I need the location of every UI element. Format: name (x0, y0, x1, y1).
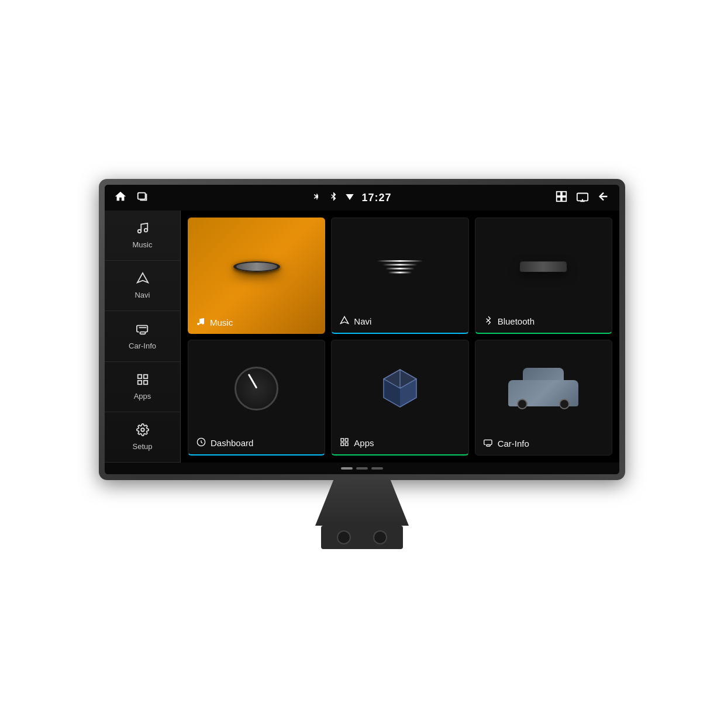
svg-rect-21 (143, 374, 147, 378)
svg-point-16 (137, 230, 141, 233)
status-center: 17:27 (312, 192, 391, 204)
sidebar-item-setup[interactable]: Setup (105, 412, 180, 463)
setup-sidebar-icon (136, 423, 149, 440)
svg-rect-36 (341, 439, 344, 441)
sidebar-label-apps: Apps (134, 392, 151, 401)
mount-hole-right (373, 530, 387, 544)
svg-rect-13 (557, 196, 561, 201)
multiwindow-icon[interactable] (555, 190, 568, 206)
svg-rect-9 (315, 196, 316, 197)
tile-music[interactable]: Music (188, 218, 325, 334)
recent-apps-icon[interactable] (136, 190, 149, 206)
svg-rect-8 (315, 195, 316, 196)
device-wrapper: 17:27 (99, 179, 625, 549)
screen-bezel: 17:27 (99, 179, 625, 480)
cube-svg (377, 365, 423, 412)
svg-point-17 (144, 229, 147, 232)
svg-rect-39 (341, 443, 344, 446)
screen: 17:27 (105, 185, 619, 474)
svg-rect-37 (346, 439, 349, 441)
sidebar-item-carinfo[interactable]: Car-Info (105, 311, 180, 361)
status-right (555, 190, 610, 206)
screen-cast-icon[interactable] (576, 190, 589, 206)
navi-line-2 (382, 264, 418, 265)
indicator-3 (371, 467, 383, 470)
navi-visual (332, 218, 468, 315)
tile-apps[interactable]: Apps (331, 340, 468, 456)
car-wheel-left (517, 399, 528, 409)
sidebar-label-carinfo: Car-Info (129, 341, 156, 350)
navi-line-4 (388, 271, 412, 273)
indicator-1 (341, 467, 353, 470)
svg-rect-40 (486, 444, 490, 446)
tile-dashboard[interactable]: Dashboard (188, 340, 325, 456)
svg-rect-14 (562, 196, 566, 201)
tile-bluetooth-label: Bluetooth (484, 316, 535, 327)
gauge (235, 367, 278, 410)
tile-bluetooth[interactable]: Bluetooth (475, 218, 612, 334)
svg-marker-10 (346, 194, 354, 200)
tile-navi-label: Navi (340, 316, 371, 327)
sidebar-label-music: Music (133, 240, 153, 249)
music-sidebar-icon (136, 222, 149, 238)
tile-apps-text: Apps (354, 438, 374, 448)
carinfo-sidebar-icon (136, 323, 149, 339)
navi-tile-icon (340, 316, 349, 327)
home-icon[interactable] (114, 190, 127, 206)
dashboard-visual (188, 340, 325, 437)
back-icon[interactable] (597, 190, 610, 206)
dashboard-tile-icon (196, 437, 206, 448)
tile-bluetooth-text: Bluetooth (498, 316, 535, 326)
main-content: Music Navi (105, 211, 619, 463)
tile-music-label: Music (196, 317, 233, 328)
tile-dashboard-text: Dashboard (211, 438, 253, 448)
navi-line-3 (385, 268, 415, 270)
indicator-2 (356, 467, 368, 470)
navi-line-1 (377, 260, 423, 262)
sidebar-label-setup: Setup (133, 442, 153, 451)
svg-rect-38 (346, 443, 349, 446)
bluetooth-visual (475, 218, 612, 315)
apps-sidebar-icon (136, 373, 149, 389)
svg-marker-4 (316, 193, 318, 195)
music-visual (188, 218, 325, 316)
svg-point-26 (202, 322, 204, 324)
svg-rect-22 (143, 381, 147, 384)
svg-rect-12 (562, 191, 566, 195)
tile-navi[interactable]: Navi (331, 218, 468, 334)
status-bar: 17:27 (105, 185, 619, 211)
sidebar-item-apps[interactable]: Apps (105, 362, 180, 412)
tile-dashboard-label: Dashboard (196, 437, 253, 448)
bottom-bar (105, 463, 619, 474)
mount-hole-left (337, 530, 351, 544)
carinfo-visual (475, 340, 612, 438)
status-left (114, 190, 149, 206)
apps-tile-icon (340, 437, 349, 448)
car-wheel-right (559, 399, 570, 409)
svg-rect-23 (137, 381, 141, 384)
time-display: 17:27 (361, 192, 391, 204)
tile-music-text: Music (210, 318, 233, 327)
tile-carinfo[interactable]: Car-Info (475, 340, 612, 456)
svg-rect-0 (138, 192, 146, 199)
sidebar-item-music[interactable]: Music (105, 211, 180, 261)
wifi-icon (345, 192, 354, 204)
music-tile-icon (196, 317, 205, 328)
svg-rect-19 (140, 332, 145, 334)
bluetooth-tile-icon (484, 316, 493, 327)
bluetooth-icon (329, 192, 338, 204)
apps-visual (332, 340, 468, 437)
music-disc (233, 261, 280, 272)
bt-shape (520, 261, 567, 272)
svg-marker-27 (341, 316, 349, 323)
svg-marker-18 (137, 273, 147, 283)
tile-apps-label: Apps (340, 437, 374, 448)
carinfo-tile-icon (484, 438, 493, 449)
sidebar-label-navi: Navi (135, 291, 150, 299)
sidebar: Music Navi (105, 211, 181, 463)
svg-point-24 (141, 428, 144, 432)
svg-point-25 (197, 323, 199, 325)
usb-icon (312, 192, 322, 204)
car-shape (508, 371, 578, 406)
sidebar-item-navi[interactable]: Navi (105, 261, 180, 311)
